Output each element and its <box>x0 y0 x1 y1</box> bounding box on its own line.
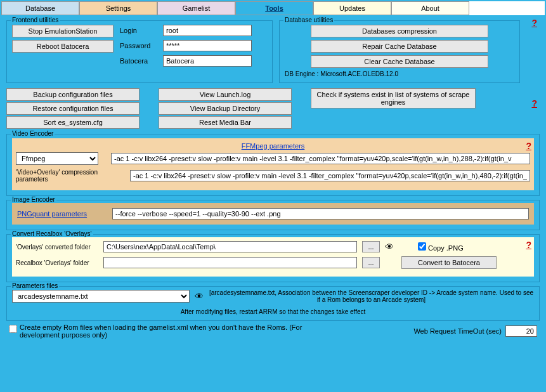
batocera-label: Batocera <box>120 57 158 65</box>
reboot-batocera-button[interactable]: Reboot Batocera <box>12 40 114 53</box>
params-file-select[interactable]: arcadesystemname.txt <box>12 290 190 303</box>
db-compress-button[interactable]: Databases compression <box>311 25 488 37</box>
db-clear-button[interactable]: Clear Cache Database <box>311 55 488 68</box>
parameters-files-group: Parameters files arcadesystemname.txt 👁 … <box>6 286 540 321</box>
create-empty-rom-checkbox[interactable]: Create empty Rom files when loading the … <box>9 323 313 339</box>
login-label: Login <box>120 27 158 34</box>
timeout-input[interactable] <box>505 325 537 337</box>
video-legend: Video Encoder <box>11 130 55 137</box>
password-input[interactable] <box>163 40 252 51</box>
db-repair-button[interactable]: Repair Cache Database <box>311 40 488 53</box>
params-description: [arcadesystemname.txt, Association betwe… <box>209 289 534 303</box>
tab-database[interactable]: Database <box>1 1 79 15</box>
image-legend: Image Encoder <box>11 196 56 203</box>
tab-about[interactable]: About <box>391 1 469 15</box>
convert-overlays-group: Convert Recalbox 'Overlays' ? 'Overlays'… <box>6 234 540 282</box>
params-note: After modifying files, restart ARRM so t… <box>12 308 534 315</box>
copy-png-checkbox[interactable]: Copy .PNG <box>418 242 464 252</box>
help-icon[interactable]: ? <box>531 98 537 108</box>
view-backup-dir-button[interactable]: View Backup Directory <box>159 102 292 115</box>
database-utilities-group: Database utilities Databases compression… <box>279 20 520 83</box>
tab-tools[interactable]: Tools <box>235 1 313 15</box>
help-icon[interactable]: ? <box>526 141 531 151</box>
check-systems-button[interactable]: Check if systems exist in list of system… <box>311 88 476 108</box>
db-legend: Database utilities <box>283 16 334 23</box>
timeout-label: Web Request TimeOut (sec) <box>413 327 502 335</box>
ffmpeg-params-link[interactable]: FFMpeg parameters <box>242 142 305 150</box>
restore-config-button[interactable]: Restore configuration files <box>6 102 140 115</box>
overlays-in-input[interactable] <box>103 257 357 268</box>
pngquant-params-input[interactable] <box>112 208 529 219</box>
convert-to-batocera-button[interactable]: Convert to Batocera <box>401 256 497 269</box>
video-params-input[interactable] <box>111 153 530 164</box>
overlays-out-label: 'Overlays' converted folder <box>16 244 98 251</box>
tab-updates[interactable]: Updates <box>313 1 391 15</box>
video-encoder-select[interactable]: Ffmpeg <box>16 152 98 165</box>
help-icon[interactable]: ? <box>531 18 537 28</box>
convert-legend: Convert Recalbox 'Overlays' <box>11 230 93 237</box>
frontend-utilities-group: Frontend utilities Stop EmulationStation… <box>6 20 273 83</box>
browse-out-button[interactable]: ... <box>362 241 380 252</box>
tab-gamelist[interactable]: Gamelist <box>157 1 235 15</box>
frontend-legend: Frontend utilities <box>11 16 60 23</box>
login-input[interactable] <box>163 25 252 36</box>
tab-settings[interactable]: Settings <box>79 1 157 15</box>
image-encoder-group: Image Encoder PNGquant parameters <box>6 200 540 230</box>
reset-media-bar-button[interactable]: Reset Media Bar <box>159 116 292 129</box>
stop-emulationstation-button[interactable]: Stop EmulationStation <box>12 25 114 37</box>
eye-icon[interactable]: 👁 <box>195 291 204 301</box>
password-label: Password <box>120 42 158 49</box>
batocera-input[interactable] <box>163 55 252 67</box>
browse-in-button[interactable]: ... <box>362 257 380 268</box>
db-engine-info: DB Engine : Microsoft.ACE.OLEDB.12.0 <box>285 70 514 77</box>
sort-es-system-button[interactable]: Sort es_system.cfg <box>6 116 140 129</box>
video-encoder-group: Video Encoder ? FFMpeg parameters Ffmpeg… <box>6 134 540 196</box>
backup-config-button[interactable]: Backup configuration files <box>6 88 140 101</box>
video-overlay-label: 'Video+Overlay' compression parameters <box>16 169 117 183</box>
eye-icon[interactable]: 👁 <box>385 242 394 252</box>
pngquant-link[interactable]: PNGquant parameters <box>17 210 87 218</box>
help-icon[interactable]: ? <box>526 240 531 250</box>
params-legend: Parameters files <box>11 282 59 289</box>
video-overlay-params-input[interactable] <box>130 170 530 181</box>
overlays-in-label: Recalbox 'Overlays' folder <box>16 259 98 266</box>
view-launch-log-button[interactable]: View Launch.log <box>159 88 292 101</box>
overlays-out-input[interactable] <box>103 241 357 252</box>
